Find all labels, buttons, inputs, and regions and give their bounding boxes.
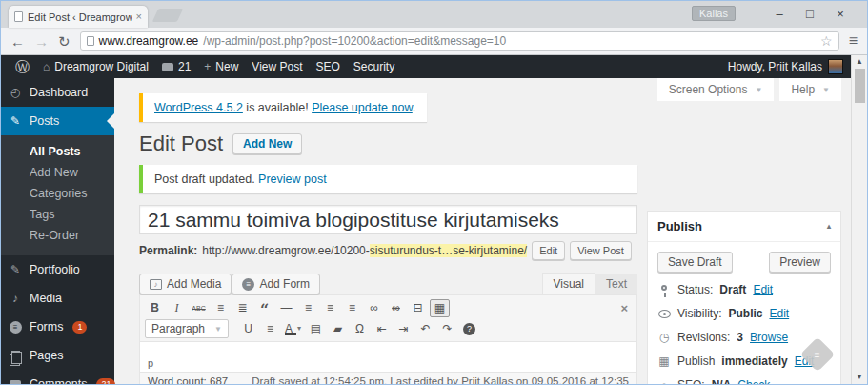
page-scrollbar[interactable]: ▲ ▼ (851, 55, 867, 384)
chrome-menu-icon[interactable]: ≡ (849, 32, 858, 50)
browse-revisions-link[interactable]: Browse (750, 331, 788, 344)
tab-close-icon[interactable]: × (136, 11, 142, 22)
reload-icon[interactable]: ↻ (58, 34, 71, 49)
sidebar-item-forms[interactable]: ≡ Forms 1 (1, 313, 114, 341)
post-title-input[interactable] (139, 205, 637, 234)
help-icon[interactable]: ? (459, 320, 479, 338)
justify-icon[interactable]: ≡ (260, 320, 280, 338)
special-character-icon[interactable]: Ω (350, 320, 370, 338)
scrollbar-thumb[interactable] (855, 69, 865, 103)
clock-icon: ◷ (657, 331, 671, 344)
undo-icon[interactable]: ↶ (415, 320, 435, 338)
add-media-button[interactable]: ♪ Add Media (139, 274, 232, 294)
submenu-tags[interactable]: Tags (1, 204, 114, 225)
sidebar-item-comments[interactable]: Comments 21 (1, 370, 114, 384)
wordpress-logo-icon[interactable]: Ⓦ (9, 58, 36, 76)
edit-permalink-button[interactable]: Edit (532, 241, 565, 260)
bold-icon[interactable]: B (145, 299, 165, 317)
browser-navbar: ← → ↻ www.dreamgrow.ee /wp-admin/post.ph… (1, 28, 867, 55)
horizontal-rule-icon[interactable]: — (276, 299, 296, 317)
url-path: /wp-admin/post.php?post=10200&action=edi… (203, 34, 506, 48)
back-icon[interactable]: ← (10, 34, 25, 49)
link-icon[interactable]: ∞ (364, 299, 384, 317)
element-path[interactable]: p (140, 355, 636, 372)
submenu-re-order[interactable]: Re-Order (1, 225, 114, 246)
save-draft-button[interactable]: Save Draft (657, 252, 733, 273)
permalink-slug[interactable]: sisuturundus-t…se-kirjutamine/ (370, 244, 527, 257)
minimize-icon[interactable]: – (764, 3, 795, 26)
page-title: Edit Post (139, 132, 223, 156)
update-now-link[interactable]: Please update now (312, 101, 413, 114)
sidebar-item-pages[interactable]: Pages (1, 341, 114, 370)
screen-options-button[interactable]: Screen Options ▼ (657, 78, 775, 101)
underline-icon[interactable]: U (238, 320, 258, 338)
preview-button[interactable]: Preview (769, 252, 831, 273)
tab-visual[interactable]: Visual (542, 273, 595, 294)
edit-status-link[interactable]: Edit (753, 283, 773, 296)
submenu-add-new[interactable]: Add New (1, 162, 114, 183)
maximize-icon[interactable]: □ (795, 3, 825, 26)
sidebar-item-media[interactable]: ♪ Media (1, 284, 114, 313)
submenu-all-posts[interactable]: All Posts (1, 141, 114, 162)
media-icon: ♪ (150, 279, 162, 290)
browser-tab[interactable]: Edit Post ‹ Dreamgrow Di × (9, 6, 148, 28)
user-avatar[interactable] (828, 59, 843, 74)
collapse-icon[interactable]: ▴ (827, 222, 831, 231)
url-domain: www.dreamgrow.ee (99, 34, 199, 48)
clear-formatting-icon[interactable]: ▰ (328, 320, 348, 338)
strikethrough-icon[interactable]: ABC (189, 299, 209, 317)
howdy-label[interactable]: Howdy, Priit Kallas (728, 60, 822, 73)
indent-icon[interactable]: ⇥ (394, 320, 414, 338)
chrome-profile-badge[interactable]: Kallas (692, 6, 736, 21)
scroll-up-icon[interactable]: ▲ (856, 55, 863, 69)
distraction-free-icon[interactable]: × (620, 301, 628, 315)
admin-bar-comments[interactable]: 21 (155, 60, 197, 73)
comments-bubble-icon (162, 63, 173, 71)
paste-as-text-icon[interactable]: ▤ (306, 320, 326, 338)
align-center-icon[interactable]: ≡ (320, 299, 340, 317)
add-new-button[interactable]: Add New (232, 133, 302, 154)
browser-titlebar: Edit Post ‹ Dreamgrow Di × Kallas – □ × (1, 1, 867, 28)
sidebar-item-portfolio[interactable]: ✎ Portfoolio (1, 255, 114, 284)
revisions-row: ◷ Revisions:3 Browse (657, 331, 831, 344)
wordpress-version-link[interactable]: WordPress 4.5.2 (154, 101, 243, 114)
forward-icon[interactable]: → (34, 34, 49, 49)
sidebar-item-posts[interactable]: ✎ Posts (1, 107, 114, 135)
admin-bar-view-post[interactable]: View Post (245, 60, 309, 73)
preview-post-link[interactable]: Preview post (258, 172, 327, 186)
close-icon[interactable]: × (825, 3, 856, 26)
bullet-list-icon[interactable]: ≡ (211, 299, 231, 317)
more-tag-icon[interactable]: ⊟ (408, 299, 428, 317)
bookmark-star-icon[interactable]: ☆ (820, 33, 833, 49)
scroll-down-icon[interactable]: ▼ (856, 371, 863, 384)
align-right-icon[interactable]: ≡ (342, 299, 362, 317)
tab-title: Edit Post ‹ Dreamgrow Di (28, 11, 132, 23)
submenu-categories[interactable]: Categories (1, 183, 114, 204)
paragraph-dropdown[interactable]: Paragraph ▼ (145, 319, 229, 338)
tab-text[interactable]: Text (595, 274, 637, 294)
unlink-icon[interactable]: ∞ (386, 299, 406, 317)
toolbar-toggle-icon[interactable]: ▦ (430, 299, 450, 317)
align-left-icon[interactable]: ≡ (298, 299, 318, 317)
admin-bar-site[interactable]: ⌂ Dreamgrow Digital (36, 60, 155, 73)
visibility-row: Visibility:Public Edit (657, 307, 831, 320)
help-button[interactable]: Help ▼ (779, 78, 841, 101)
redo-icon[interactable]: ↷ (437, 320, 457, 338)
sidebar-item-dashboard[interactable]: ◴ Dashboard (1, 78, 114, 107)
new-tab-button[interactable] (152, 9, 184, 22)
permalink-label: Permalink: (139, 244, 197, 257)
blockquote-icon[interactable]: “ (254, 299, 274, 317)
edit-visibility-link[interactable]: Edit (769, 307, 789, 320)
outdent-icon[interactable]: ⇤ (372, 320, 392, 338)
url-bar[interactable]: www.dreamgrow.ee /wp-admin/post.php?post… (80, 31, 839, 51)
admin-bar-new[interactable]: + New (197, 60, 245, 73)
admin-bar-security[interactable]: Security (347, 60, 401, 73)
numbered-list-icon[interactable]: ≣ (232, 299, 252, 317)
admin-bar-seo[interactable]: SEO (309, 60, 346, 73)
italic-icon[interactable]: I (167, 299, 187, 317)
editor-content-area[interactable] (140, 342, 636, 355)
add-form-button[interactable]: ≡ Add Form (232, 274, 320, 294)
seo-check-link[interactable]: Check (737, 378, 770, 384)
view-post-button[interactable]: View Post (570, 241, 632, 260)
text-color-icon[interactable]: A▾ (282, 320, 304, 338)
